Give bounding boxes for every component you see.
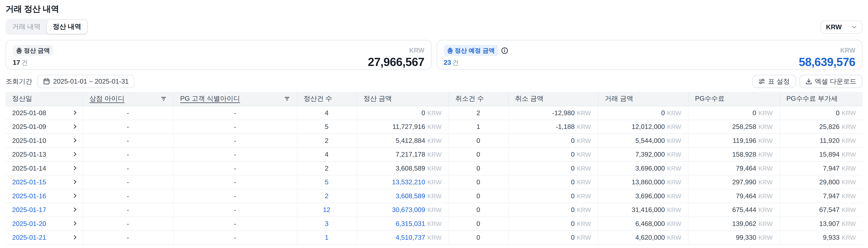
currency-suffix: KRW xyxy=(667,165,681,172)
pg-customer-id-cell: - xyxy=(173,230,297,244)
card-count: 17 xyxy=(13,59,20,66)
table-row[interactable]: 2025-01-16--23,608,589KRW00KRW3,696,000K… xyxy=(5,189,862,203)
table-row[interactable]: 2025-01-10--25,412,884KRW00KRW5,544,000K… xyxy=(5,133,862,147)
settle-date: 2025-01-09 xyxy=(12,123,46,130)
table-row[interactable]: 2025-01-09--511,727,916KRW1-1,188KRW12,0… xyxy=(5,120,862,133)
table-row[interactable]: 2025-01-13--47,217,178KRW00KRW7,392,000K… xyxy=(5,147,862,161)
settle-date-cell[interactable]: 2025-01-08 xyxy=(5,106,82,120)
chevron-right-icon[interactable] xyxy=(72,179,77,184)
currency-suffix: KRW xyxy=(842,192,856,199)
settle-amount-cell: 4,510,737KRW xyxy=(356,230,448,244)
date-range-picker[interactable]: 2025-01-01 ~ 2025-01-31 xyxy=(37,75,135,88)
settle-count-cell: 3 xyxy=(297,216,356,230)
card-total-settled: 총 정산 금액 KRW 17건 27,966,567 xyxy=(5,40,432,70)
filter-lines-icon[interactable] xyxy=(284,96,290,102)
table-row[interactable]: 2025-01-15--513,532,210KRW00KRW13,860,00… xyxy=(5,175,862,189)
pg-fee-cell: 158,928KRW xyxy=(688,147,779,161)
currency-suffix: KRW xyxy=(758,206,773,213)
txn-amount-cell: 5,544,000KRW xyxy=(598,133,688,147)
card-currency-label: KRW xyxy=(840,47,855,54)
currency-suffix: KRW xyxy=(667,220,681,227)
col-header-merchant-id[interactable]: 상점 아이디 xyxy=(83,92,173,106)
settle-date-cell[interactable]: 2025-01-09 xyxy=(5,120,82,133)
settle-count-cell: 12 xyxy=(297,203,356,216)
currency-suffix: KRW xyxy=(758,137,773,144)
date-range-label: 조회기간 xyxy=(5,77,32,86)
pg-customer-id-cell: - xyxy=(173,147,297,161)
tab-transactions[interactable]: 거래 내역 xyxy=(7,20,46,34)
sliders-icon xyxy=(759,78,765,85)
settle-date-cell[interactable]: 2025-01-21 xyxy=(5,230,82,244)
chevron-right-icon[interactable] xyxy=(72,221,77,226)
settle-date: 2025-01-13 xyxy=(12,150,46,158)
tab-group: 거래 내역 정산 내역 xyxy=(5,19,88,35)
cancel-count-cell: 0 xyxy=(448,203,508,216)
table-row[interactable]: 2025-01-14--23,608,589KRW00KRW3,696,000K… xyxy=(5,161,862,175)
chevron-right-icon[interactable] xyxy=(72,138,77,143)
cancel-amount-cell: 0KRW xyxy=(508,189,598,203)
chevron-right-icon[interactable] xyxy=(72,124,77,129)
filter-lines-icon[interactable] xyxy=(160,96,166,102)
card-badge: 총 정산 예정 금액 xyxy=(444,45,498,56)
table-row[interactable]: 2025-01-08--40KRW2-12,980KRW0KRW0KRW0KRW xyxy=(5,106,862,120)
settle-amount-cell: 13,532,210KRW xyxy=(356,175,448,189)
currency-suffix: KRW xyxy=(428,234,442,241)
chevron-right-icon[interactable] xyxy=(72,235,77,240)
card-amount: 58,639,576 xyxy=(799,56,856,67)
pg-fee-vat-cell: 9,933KRW xyxy=(779,230,863,244)
currency-suffix: KRW xyxy=(577,151,591,157)
currency-suffix: KRW xyxy=(577,220,591,227)
settle-date-cell[interactable]: 2025-01-10 xyxy=(5,133,82,147)
settle-date-cell[interactable]: 2025-01-16 xyxy=(5,189,82,203)
date-range-value: 2025-01-01 ~ 2025-01-31 xyxy=(53,78,129,85)
table-row[interactable]: 2025-01-20--36,315,031KRW00KRW6,468,000K… xyxy=(5,216,862,230)
settle-date: 2025-01-14 xyxy=(12,164,46,172)
pg-fee-cell: 258,258KRW xyxy=(688,120,779,133)
pg-customer-id-cell: - xyxy=(173,106,297,120)
settle-date-cell[interactable]: 2025-01-15 xyxy=(5,175,82,189)
chevron-right-icon[interactable] xyxy=(72,152,77,157)
settlement-page: 거래 정산 내역 거래 내역 정산 내역 KRW 총 정산 금액 KRW 17건… xyxy=(0,0,868,248)
settle-date-cell[interactable]: 2025-01-20 xyxy=(5,216,82,230)
chevron-down-icon xyxy=(851,24,857,30)
col-header-txn-amount: 거래 금액 xyxy=(598,92,688,106)
col-header-pg-customer-id[interactable]: PG 고객 식별아이디 xyxy=(173,92,297,106)
cancel-amount-cell: 0KRW xyxy=(508,147,598,161)
excel-download-button[interactable]: 엑셀 다운로드 xyxy=(799,75,863,88)
settle-date-cell[interactable]: 2025-01-14 xyxy=(5,161,82,175)
txn-amount-cell: 6,468,000KRW xyxy=(598,216,688,230)
cancel-count-cell: 0 xyxy=(448,147,508,161)
currency-suffix: KRW xyxy=(577,179,591,185)
pg-customer-id-cell: - xyxy=(173,120,297,133)
cancel-count-cell: 0 xyxy=(448,133,508,147)
chevron-right-icon[interactable] xyxy=(72,166,77,170)
chevron-right-icon[interactable] xyxy=(72,110,77,115)
cancel-count-cell: 0 xyxy=(448,161,508,175)
settle-date-cell[interactable]: 2025-01-17 xyxy=(5,203,82,216)
filter-bar: 조회기간 2025-01-01 ~ 2025-01-31 표 설정 엑셀 다운로… xyxy=(0,75,868,88)
info-icon[interactable] xyxy=(501,47,508,54)
currency-suffix: KRW xyxy=(842,110,856,116)
currency-suffix: KRW xyxy=(577,165,591,172)
card-currency-label: KRW xyxy=(409,47,425,54)
table-row[interactable]: 2025-01-17--1230,673,009KRW00KRW31,416,0… xyxy=(5,203,862,216)
settle-amount-cell: 6,315,031KRW xyxy=(356,216,448,230)
settle-count-cell: 5 xyxy=(297,175,356,189)
currency-suffix: KRW xyxy=(428,110,442,116)
currency-suffix: KRW xyxy=(758,123,773,130)
cancel-amount-cell: -12,980KRW xyxy=(508,106,598,120)
chevron-right-icon[interactable] xyxy=(72,193,77,198)
merchant-id-cell: - xyxy=(83,216,173,230)
txn-amount-cell: 13,860,000KRW xyxy=(598,175,688,189)
table-settings-button[interactable]: 표 설정 xyxy=(752,75,796,88)
currency-suffix: KRW xyxy=(758,234,773,241)
currency-suffix: KRW xyxy=(428,206,442,213)
cancel-count-cell: 1 xyxy=(448,120,508,133)
chevron-right-icon[interactable] xyxy=(72,207,77,212)
settle-date-cell[interactable]: 2025-01-13 xyxy=(5,147,82,161)
currency-suffix: KRW xyxy=(758,179,773,185)
currency-suffix: KRW xyxy=(842,206,856,213)
table-row[interactable]: 2025-01-21--14,510,737KRW00KRW4,620,000K… xyxy=(5,230,862,244)
tab-settlements[interactable]: 정산 내역 xyxy=(47,20,87,34)
currency-select[interactable]: KRW xyxy=(820,20,863,33)
